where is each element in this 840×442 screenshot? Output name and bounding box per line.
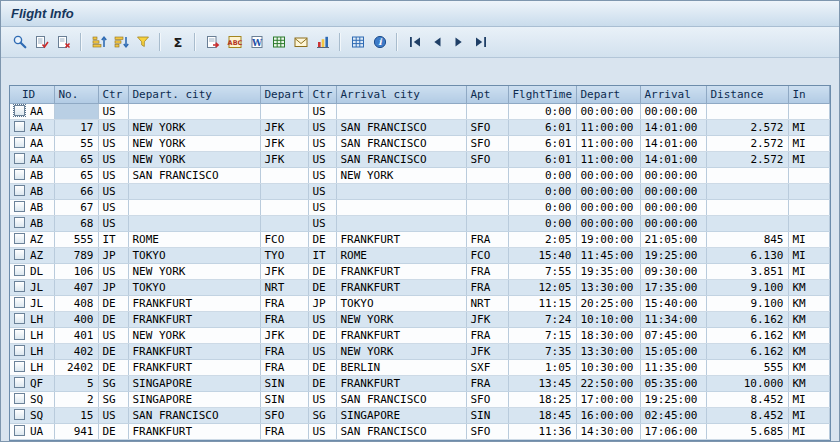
cell-unit[interactable]: KM [788,280,830,296]
cell-ctr_arr[interactable]: US [308,104,336,120]
cell-ctr_dep[interactable]: DE [98,296,128,312]
cell-unit[interactable]: KM [788,376,830,392]
cell-ctr_arr[interactable]: US [308,424,336,440]
cell-arrival_airport[interactable]: SFO [466,392,508,408]
cell-flight_time[interactable]: 0:00 [508,200,576,216]
sort-descending-icon[interactable] [110,32,131,53]
row-select-checkbox[interactable] [14,313,25,324]
cell-distance[interactable]: 3.851 [706,264,788,280]
row-select-checkbox[interactable] [14,121,25,132]
cell-depart_time[interactable]: 19:00:00 [576,232,640,248]
cell-arrival_city[interactable]: TOKYO [336,296,466,312]
cell-arrival_airport[interactable]: SFO [466,424,508,440]
cell-depart_city[interactable]: ROME [128,232,260,248]
cell-depart_airport[interactable]: SFO [260,408,308,424]
cell-unit[interactable]: MI [788,152,830,168]
cell-arrival_airport[interactable]: SFO [466,136,508,152]
table-row[interactable]: AA17USNEW YORKJFKUSSAN FRANCISCOSFO6:011… [10,120,830,136]
table-row[interactable]: AZ789JPTOKYOTYOITROMEFCO15:4011:45:0019:… [10,248,830,264]
cell-flight_time[interactable]: 0:00 [508,216,576,232]
cell-distance[interactable]: 9.100 [706,280,788,296]
cell-id[interactable]: QF [10,376,54,392]
cell-flight_time[interactable]: 18:45 [508,408,576,424]
cell-id[interactable]: SQ [10,408,54,424]
filter-icon[interactable] [132,32,153,53]
cell-arrival_time[interactable]: 15:40:00 [640,296,706,312]
cell-distance[interactable] [706,184,788,200]
cell-id[interactable]: AA [10,104,54,120]
cell-flight_time[interactable]: 2:05 [508,232,576,248]
cell-arrival_time[interactable]: 07:45:00 [640,328,706,344]
cell-id[interactable]: LH [10,344,54,360]
cell-flight_time[interactable]: 12:05 [508,280,576,296]
cell-depart_city[interactable]: NEW YORK [128,152,260,168]
cell-arrival_city[interactable]: SAN FRANCISCO [336,424,466,440]
cell-unit[interactable]: KM [788,328,830,344]
cell-ctr_dep[interactable]: US [98,328,128,344]
cell-unit[interactable]: KM [788,296,830,312]
cell-id[interactable]: AB [10,200,54,216]
first-page-icon[interactable] [404,32,425,53]
cell-distance[interactable] [706,168,788,184]
cell-id[interactable]: AA [10,120,54,136]
cell-ctr_arr[interactable]: DE [308,280,336,296]
cell-flight_time[interactable]: 0:00 [508,168,576,184]
cell-depart_city[interactable]: NEW YORK [128,328,260,344]
cell-depart_time[interactable]: 11:00:00 [576,120,640,136]
cell-depart_airport[interactable]: FRA [260,312,308,328]
cell-unit[interactable]: KM [788,312,830,328]
cell-arrival_airport[interactable]: SIN [466,408,508,424]
cell-arrival_airport[interactable]: JFK [466,312,508,328]
cell-no[interactable]: 17 [54,120,98,136]
cell-distance[interactable] [706,104,788,120]
details-icon[interactable] [9,32,30,53]
cell-distance[interactable]: 6.130 [706,248,788,264]
cell-depart_airport[interactable]: FRA [260,344,308,360]
cell-ctr_dep[interactable]: US [98,264,128,280]
cell-ctr_arr[interactable]: DE [308,264,336,280]
table-row[interactable]: LH402DEFRANKFURTFRAUSNEW YORKJFK7:3513:3… [10,344,830,360]
cell-arrival_city[interactable] [336,104,466,120]
cell-depart_airport[interactable]: JFK [260,120,308,136]
cell-depart_city[interactable] [128,184,260,200]
cell-id[interactable]: AB [10,184,54,200]
cell-unit[interactable] [788,216,830,232]
cell-distance[interactable]: 6.162 [706,328,788,344]
cell-depart_time[interactable]: 11:45:00 [576,248,640,264]
cell-ctr_dep[interactable]: DE [98,344,128,360]
cell-arrival_airport[interactable] [466,168,508,184]
cell-arrival_time[interactable]: 00:00:00 [640,216,706,232]
cell-depart_time[interactable]: 00:00:00 [576,184,640,200]
column-header-arrival_airport[interactable]: Apt [466,86,508,104]
cell-id[interactable]: LH [10,312,54,328]
table-row[interactable]: LH400DEFRANKFURTFRAUSNEW YORKJFK7:2410:1… [10,312,830,328]
cell-no[interactable]: 2 [54,392,98,408]
cell-arrival_city[interactable]: SAN FRANCISCO [336,392,466,408]
cell-arrival_city[interactable]: SAN FRANCISCO [336,152,466,168]
cell-arrival_airport[interactable]: FRA [466,376,508,392]
table-row[interactable]: AB65USSAN FRANCISCOUSNEW YORK0:0000:00:0… [10,168,830,184]
word-processing-icon[interactable]: W [246,32,267,53]
cell-no[interactable]: 408 [54,296,98,312]
column-header-depart_airport[interactable]: Depart [260,86,308,104]
cell-id[interactable]: JL [10,296,54,312]
column-header-ctr_arr[interactable]: Ctr [308,86,336,104]
cell-ctr_arr[interactable]: US [308,184,336,200]
row-select-checkbox[interactable] [14,297,25,308]
cell-ctr_dep[interactable]: US [98,184,128,200]
next-page-icon[interactable] [448,32,469,53]
cell-arrival_time[interactable]: 17:06:00 [640,424,706,440]
row-select-checkbox[interactable] [14,233,25,244]
cell-no[interactable]: 402 [54,344,98,360]
cell-flight_time[interactable]: 18:25 [508,392,576,408]
cell-depart_city[interactable]: SAN FRANCISCO [128,168,260,184]
cell-no[interactable]: 67 [54,200,98,216]
cell-distance[interactable]: 8.452 [706,392,788,408]
cell-id[interactable]: UA [10,424,54,440]
cell-no[interactable]: 65 [54,168,98,184]
row-select-checkbox[interactable] [14,409,25,420]
row-select-checkbox[interactable] [14,137,25,148]
cell-arrival_time[interactable]: 00:00:00 [640,104,706,120]
cell-depart_city[interactable]: NEW YORK [128,264,260,280]
cell-distance[interactable]: 2.572 [706,120,788,136]
